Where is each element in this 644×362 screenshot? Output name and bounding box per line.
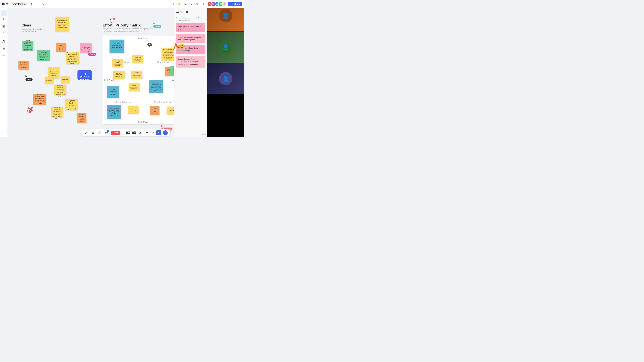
sticky-help-them[interactable]: How does it help them save time, save co… (66, 52, 79, 64)
select-tool[interactable]: ↖ (1, 10, 7, 16)
export-icon[interactable]: ⬆ (29, 2, 34, 6)
sticky-gms[interactable]: Are we making it GMS to make more miro-l… (22, 41, 33, 51)
avatar-video-1: 👤 (219, 9, 232, 22)
ms-capability-pitch[interactable]: how does each capability help us refine … (150, 80, 163, 93)
ms-ab-demo[interactable]: A/B test showing a demo on the homepage (131, 71, 142, 79)
sidebar-icon[interactable]: ▦ (201, 2, 206, 6)
action-items-section: Action it Rank your top sticky notes and… (174, 8, 207, 137)
comment-bubble-1[interactable]: 💬 (148, 43, 152, 46)
notification-icon[interactable]: 🔔 (177, 2, 182, 6)
label-fill-in-jobs: Fill-in Jobs (157, 61, 169, 64)
cursor-pedro: ▶ Pedro (88, 50, 96, 56)
label-high-effort: High Effort (138, 121, 148, 123)
screen-share-button[interactable]: ⬜ (97, 130, 102, 135)
timer-minutes: 03 (126, 131, 130, 135)
sticky-embeds-2[interactable]: How do embeds to small-size formats help… (51, 107, 63, 117)
ms-value-message[interactable]: How do we message value to our customers… (162, 48, 175, 61)
plus1m-button[interactable]: +1m (145, 132, 148, 134)
undo-redo-group: ↩ ↪ (36, 2, 46, 6)
share-button[interactable]: 👥 Share (228, 2, 242, 6)
bottom-bar: 🎤 📷 ⬜ 👥 4 Leave 03 : 08 🔊 +1m +5m ⏹ ⏸ (8, 129, 244, 137)
leave-button[interactable]: Leave (111, 131, 120, 135)
share-label: Share (234, 3, 240, 5)
timer-colon: : (130, 131, 132, 135)
action-card-2[interactable]: Source customer testimonials and add soc… (176, 34, 205, 43)
ideas-section-subtitle: Brainstorm new ideas based on each frami… (22, 28, 44, 32)
ms-sales-chat[interactable]: Have sales agents available as live chat (112, 59, 123, 67)
comment-tool[interactable]: 💬 (1, 39, 7, 45)
ms-ab-test-perf[interactable]: A/B tests performance of static images v… (110, 39, 124, 53)
label-high-priority: High Priority (104, 79, 115, 81)
action-card-4[interactable]: Conduct research to understand what peop… (176, 56, 205, 67)
action-items-subtitle: Rank your top sticky notes and add what … (176, 17, 205, 21)
emoji-reaction: 🔥😊 (172, 43, 185, 49)
search-icon[interactable]: 🔍 (195, 2, 200, 6)
cursor-icon[interactable]: ⊹ (171, 2, 176, 6)
cursor-chris: ▶ Chris (153, 22, 161, 28)
action-card-1[interactable]: Have sales available via live chat (176, 23, 205, 32)
ms-strongest-cases[interactable]: what are strongest use cases outside of … (107, 105, 120, 119)
tool-separator-1 (2, 37, 6, 37)
topbar-right: ⊹ 🔔 📊 ❓ 🔍 ▦ U1 U2 U3 U4 +3 👥 Share (171, 2, 242, 6)
avatar-extra: +3 (222, 2, 227, 6)
video-slot-3: 👤 (207, 63, 244, 94)
ms-small-1[interactable]: small copy (128, 106, 138, 114)
timer-separator (123, 131, 123, 135)
timer-seconds: 08 (132, 131, 136, 135)
avatar-video-2: 👤 (219, 40, 232, 54)
sticky-ab-different[interactable]: A/B test different value-related copy (77, 113, 86, 123)
cursor-tina: ▶ Tina (26, 75, 32, 81)
sticky-strongest-cases[interactable]: what are strongest use cases outside of … (37, 50, 50, 61)
matrix-grid: Low Effort High Effort High Priority Low… (103, 36, 183, 124)
sticky-small-1[interactable]: small note (44, 77, 53, 84)
frame-tool[interactable]: ⊞ (1, 45, 7, 51)
sticky-small-2[interactable]: small note 2 (61, 76, 70, 83)
matrix-section-subtitle: Take your ideas and plot them by amount … (103, 28, 153, 32)
help-icon[interactable]: ❓ (189, 2, 194, 6)
label-major-projects: Major Projects (115, 101, 131, 104)
left-toolbar: ↖ T ▣ ✏ 💬 ⊞ ••• >> (0, 8, 8, 137)
avatar-video-3: 👤 (219, 72, 232, 85)
sticky-embeds-1[interactable]: How do embeds to small-size formats help… (54, 85, 66, 95)
chart-icon[interactable]: 📊 (183, 2, 188, 6)
camera-button[interactable]: 📷 (90, 130, 95, 135)
text-tool[interactable]: T (1, 16, 7, 22)
plus5m-button[interactable]: +5m (150, 132, 154, 134)
more-tools[interactable]: ••• (1, 52, 7, 58)
ms-ab-diff-2[interactable]: A/B test different value-related copy (150, 106, 160, 115)
undo-button[interactable]: ↩ (36, 2, 40, 6)
sticky-tailored-features[interactable]: Would we consider having tailored featur… (33, 94, 46, 105)
score-badge: 💯 (27, 107, 34, 114)
ms-shorter-copy[interactable]: Test using shorter copy above the fold (113, 71, 124, 79)
mic-button[interactable]: 🎤 (84, 130, 88, 135)
share-icon: 👥 (230, 3, 233, 5)
ideas-section-title: Ideas (22, 23, 31, 27)
board-title[interactable]: Brainstorming (10, 2, 27, 6)
matrix-section: Effort / Priority matrix Take your ideas… (103, 8, 185, 137)
ms-user-testing[interactable]: Conduct user testing of the homepage (132, 55, 143, 63)
zoom-indicator: 25% (202, 133, 206, 135)
ms-product-roadmap-yr[interactable]: Product roadmap remainder of the year (107, 86, 119, 98)
matrix-section-title: Effort / Priority matrix (103, 23, 140, 27)
ms-ab-value-copy[interactable]: A/B test different value-related copy (129, 83, 140, 91)
redo-button[interactable]: ↪ (41, 2, 46, 6)
people-count-badge: 4 (107, 130, 109, 132)
timer-pause-button[interactable]: ⏸ (163, 130, 168, 135)
label-thankless-tasks: Thankless Tasks (154, 101, 172, 104)
chat-badge: 3 (112, 18, 115, 20)
chat-notification: 💬 3 (110, 19, 114, 23)
pen-tool[interactable]: ✏ (1, 30, 7, 36)
collapse-panel-button[interactable]: >> (1, 129, 7, 133)
miro-logo: miro (2, 2, 8, 6)
sticky-control-variation[interactable]: Control variation (AS it) (56, 43, 66, 52)
timer-display: 03 : 08 (126, 131, 136, 135)
timer-stop-button[interactable]: ⏹ (156, 130, 161, 135)
topbar: miro Brainstorming ⬆ ↩ ↪ ⊹ 🔔 📊 ❓ 🔍 ▦ U1 … (0, 0, 244, 8)
sticky-map-themes[interactable]: How does it map into the larger themes (18, 61, 29, 69)
sticky-personas[interactable]: Which personas most use wire framing. Va… (55, 17, 69, 31)
sticky-tool[interactable]: ▣ (1, 23, 7, 29)
sticky-miroverse[interactable]: Will there be anything in product prompt… (65, 99, 78, 110)
volume-icon[interactable]: 🔊 (138, 130, 143, 135)
plus-product-roadmap-button[interactable]: +1 product roadmap (78, 70, 92, 80)
video-slot-2: 👤 (207, 31, 244, 63)
